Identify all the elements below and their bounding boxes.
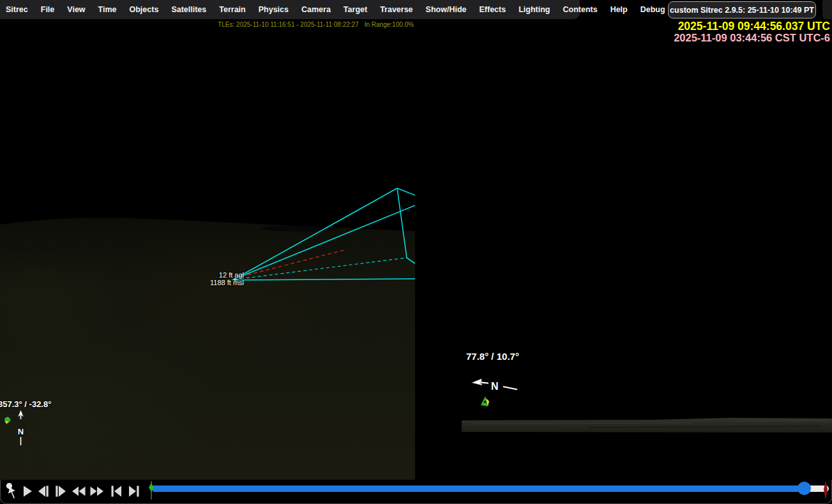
jump-to-start-icon bbox=[108, 483, 125, 500]
jump-to-start-button[interactable] bbox=[108, 483, 125, 500]
compass-n-label: N bbox=[18, 427, 24, 436]
corner-panel-partial bbox=[822, 0, 832, 21]
menu-camera[interactable]: Camera bbox=[295, 5, 337, 14]
fast-forward-icon bbox=[88, 483, 105, 500]
step-forward-icon bbox=[52, 483, 68, 500]
jump-to-end-icon bbox=[126, 483, 142, 500]
timeline-thumb[interactable] bbox=[798, 482, 811, 495]
sitrec-app: Sitrec File View Time Objects Satellites… bbox=[0, 0, 832, 504]
play-icon bbox=[19, 483, 36, 500]
timeline-start-marker-icon bbox=[147, 480, 155, 501]
tle-status-label: TLEs: 2025-11-10 11:16:51 - 2025-11-11 0… bbox=[218, 21, 414, 28]
look-north-compass-icon: N bbox=[470, 376, 521, 396]
menu-view[interactable]: View bbox=[61, 5, 91, 14]
menu-target[interactable]: Target bbox=[337, 5, 374, 14]
jump-to-end-button[interactable] bbox=[126, 483, 142, 500]
step-back-button[interactable] bbox=[36, 483, 52, 500]
timeline-end-marker-icon bbox=[822, 480, 829, 501]
menu-debug[interactable]: Debug bbox=[634, 5, 672, 14]
menu-file[interactable]: File bbox=[34, 5, 61, 14]
menu-contents[interactable]: Contents bbox=[556, 5, 603, 14]
menu-terrain[interactable]: Terrain bbox=[213, 5, 252, 14]
altitude-agl-label: 12 ft agl bbox=[210, 272, 244, 279]
menu-help[interactable]: Help bbox=[604, 5, 634, 14]
menu-sitrec[interactable]: Sitrec bbox=[6, 5, 34, 14]
main-view-scene bbox=[0, 19, 415, 480]
menu-physics[interactable]: Physics bbox=[252, 5, 295, 14]
menu-time[interactable]: Time bbox=[92, 5, 123, 14]
menu-show-hide[interactable]: Show/Hide bbox=[420, 5, 473, 14]
utc-time-display: 2025-11-09 09:44:56.037 UTC bbox=[678, 20, 830, 33]
play-button[interactable] bbox=[19, 483, 36, 500]
version-label: custom Sitrec 2.9.5: 25-11-10 10:49 PT bbox=[670, 6, 814, 15]
menu-satellites[interactable]: Satellites bbox=[165, 5, 213, 14]
menu-bar: Sitrec File View Time Objects Satellites… bbox=[0, 0, 832, 19]
main-view-heading-pitch: 357.3° / -32.8° bbox=[0, 399, 51, 409]
rewind-icon bbox=[71, 483, 87, 500]
compass-n-label: N bbox=[491, 381, 499, 392]
tle-in-range-text: In Range:100.0% bbox=[365, 21, 414, 28]
camera-altitude-labels: 12 ft agl 1188 ft msl bbox=[210, 272, 244, 286]
altitude-msl-label: 1188 ft msl bbox=[210, 279, 244, 287]
look-view-heading-pitch: 77.8° / 10.7° bbox=[466, 351, 519, 362]
target-marker-icon bbox=[480, 396, 491, 408]
north-compass-icon: N bbox=[12, 408, 30, 448]
rewind-button[interactable] bbox=[71, 483, 87, 500]
menu-objects[interactable]: Objects bbox=[123, 5, 165, 14]
look-camera-view[interactable]: 77.8° / 10.7° N bbox=[462, 19, 832, 480]
playback-bar bbox=[0, 480, 832, 504]
version-label-box: custom Sitrec 2.9.5: 25-11-10 10:49 PT bbox=[668, 1, 816, 19]
main-3d-view[interactable]: TLEs: 2025-11-10 11:16:51 - 2025-11-11 0… bbox=[0, 19, 415, 480]
tle-range-text: TLEs: 2025-11-10 11:16:51 - 2025-11-11 0… bbox=[218, 21, 359, 28]
menu-traverse[interactable]: Traverse bbox=[374, 5, 419, 14]
step-forward-button[interactable] bbox=[52, 483, 68, 500]
look-view-terrain bbox=[462, 415, 832, 436]
fast-forward-button[interactable] bbox=[88, 483, 105, 500]
menu-strip: Sitrec File View Time Objects Satellites… bbox=[0, 0, 580, 19]
pushpin-icon bbox=[2, 481, 20, 501]
menu-effects[interactable]: Effects bbox=[473, 5, 512, 14]
object-marker-icon bbox=[3, 416, 13, 426]
menu-lighting[interactable]: Lighting bbox=[512, 5, 556, 14]
pin-button[interactable] bbox=[2, 481, 19, 498]
timeline-progress-fill bbox=[152, 485, 805, 492]
local-time-display: 2025-11-09 03:44:56 CST UTC-6 bbox=[674, 32, 830, 44]
step-back-icon bbox=[36, 483, 52, 500]
